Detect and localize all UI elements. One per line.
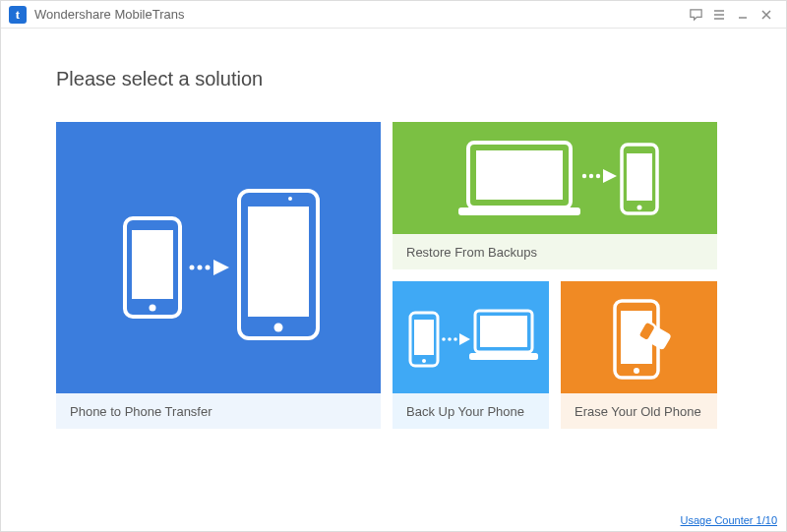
main-content: Please select a solution — [1, 29, 786, 429]
svg-point-5 — [206, 266, 211, 270]
tile-backup[interactable]: Back Up Your Phone — [393, 281, 549, 429]
svg-point-23 — [448, 337, 452, 341]
svg-point-3 — [190, 266, 195, 270]
solution-grid: Phone to Phone Transfer — [56, 122, 731, 429]
close-icon[interactable] — [755, 3, 778, 27]
svg-point-21 — [422, 359, 426, 363]
svg-point-14 — [589, 174, 593, 178]
app-title: Wondershare MobileTrans — [34, 7, 184, 22]
svg-point-8 — [274, 324, 283, 332]
svg-rect-17 — [627, 153, 652, 201]
svg-point-13 — [582, 174, 586, 178]
svg-rect-27 — [469, 353, 538, 360]
backup-icon — [393, 281, 549, 393]
svg-point-15 — [596, 174, 600, 178]
svg-point-24 — [454, 337, 457, 341]
svg-point-4 — [198, 266, 203, 270]
page-heading: Please select a solution — [56, 68, 731, 90]
svg-point-18 — [637, 206, 642, 210]
menu-icon[interactable] — [707, 3, 731, 27]
svg-point-22 — [442, 337, 446, 341]
tile-restore-label: Restore From Backups — [393, 234, 717, 269]
tile-phone-transfer-label: Phone to Phone Transfer — [56, 393, 381, 429]
feedback-icon[interactable] — [684, 3, 707, 27]
tile-erase-label: Erase Your Old Phone — [561, 393, 717, 429]
titlebar: t Wondershare MobileTrans — [1, 1, 786, 29]
tile-phone-transfer[interactable]: Phone to Phone Transfer — [56, 122, 381, 429]
svg-rect-11 — [476, 150, 563, 200]
svg-point-9 — [288, 197, 292, 201]
tile-backup-label: Back Up Your Phone — [393, 393, 549, 429]
minimize-icon[interactable] — [731, 3, 755, 27]
svg-point-30 — [634, 368, 639, 374]
restore-icon — [393, 122, 717, 234]
svg-rect-26 — [480, 316, 527, 347]
svg-rect-12 — [458, 207, 580, 215]
tile-erase[interactable]: Erase Your Old Phone — [561, 281, 717, 429]
svg-rect-1 — [132, 230, 173, 299]
app-logo: t — [9, 6, 27, 24]
phone-transfer-icon — [56, 122, 381, 393]
svg-rect-20 — [414, 320, 434, 355]
svg-point-2 — [150, 305, 156, 312]
tile-restore[interactable]: Restore From Backups — [393, 122, 717, 269]
svg-rect-7 — [248, 207, 309, 317]
usage-counter-link[interactable]: Usage Counter 1/10 — [681, 514, 777, 526]
erase-icon — [561, 281, 717, 393]
